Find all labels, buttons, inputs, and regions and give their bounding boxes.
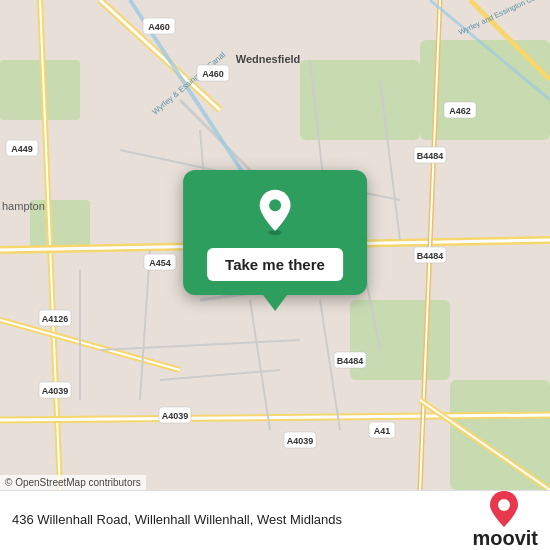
svg-point-71 [269,199,281,211]
svg-text:A4039: A4039 [42,386,69,396]
svg-text:A4039: A4039 [162,411,189,421]
bottom-bar: 436 Willenhall Road, Willenhall Willenha… [0,490,550,550]
svg-text:B4484: B4484 [417,251,444,261]
svg-text:A41: A41 [374,426,391,436]
svg-text:Wednesfield: Wednesfield [236,53,301,65]
svg-text:A460: A460 [202,69,224,79]
osm-credit: © OpenStreetMap contributors [0,475,146,490]
svg-text:A454: A454 [149,258,171,268]
svg-rect-4 [450,380,550,490]
location-pin-icon [251,188,299,236]
svg-text:A4039: A4039 [287,436,314,446]
svg-text:A4126: A4126 [42,314,69,324]
moovit-logo: moovit [472,491,538,550]
svg-text:B4484: B4484 [417,151,444,161]
svg-rect-3 [350,300,450,380]
moovit-logo-text: moovit [472,527,538,550]
svg-text:A449: A449 [11,144,33,154]
address-text: 436 Willenhall Road, Willenhall Willenha… [12,511,460,529]
take-me-there-button[interactable]: Take me there [207,248,343,281]
popup-card: Take me there [183,170,367,295]
svg-text:A460: A460 [148,22,170,32]
svg-text:B4484: B4484 [337,356,364,366]
svg-point-72 [498,499,510,511]
svg-text:hampton: hampton [2,200,45,212]
moovit-pin-icon [490,491,518,527]
svg-text:A462: A462 [449,106,471,116]
map-container: Wyrley & Essington Canal Wyrley and Essi… [0,0,550,490]
